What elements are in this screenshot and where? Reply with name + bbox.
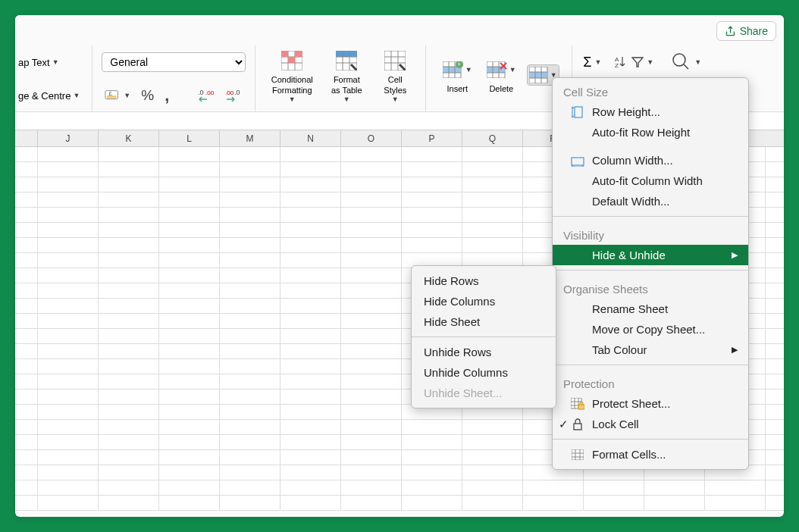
grid-cell[interactable] <box>99 208 159 222</box>
grid-cell[interactable] <box>402 238 462 252</box>
grid-cell[interactable] <box>159 314 220 328</box>
grid-cell[interactable] <box>159 496 220 510</box>
menu-protect-sheet[interactable]: Protect Sheet... <box>553 393 748 414</box>
grid-cell[interactable] <box>280 147 341 161</box>
merge-centre-button[interactable]: ge & Centre ▼ <box>15 89 83 103</box>
grid-cell[interactable] <box>15 238 38 252</box>
grid-cell[interactable] <box>220 177 280 192</box>
grid-cell[interactable] <box>220 238 280 252</box>
menu-tab-colour[interactable]: Tab Colour▶ <box>553 340 748 360</box>
col-header[interactable]: K <box>99 130 159 146</box>
grid-cell[interactable] <box>584 480 644 495</box>
grid-cell[interactable] <box>38 420 99 434</box>
grid-cell[interactable] <box>15 223 38 237</box>
grid-cell[interactable] <box>341 253 402 268</box>
grid-cell[interactable] <box>220 299 280 313</box>
grid-cell[interactable] <box>15 283 38 298</box>
grid-cell[interactable] <box>38 162 99 177</box>
grid-cell[interactable] <box>462 162 523 177</box>
grid-cell[interactable] <box>341 480 402 495</box>
grid-cell[interactable] <box>402 162 462 177</box>
grid-cell[interactable] <box>15 268 38 283</box>
grid-cell[interactable] <box>99 147 159 161</box>
decrease-decimal-button[interactable]: .0.00 <box>195 87 218 104</box>
grid-cell[interactable] <box>280 390 341 404</box>
grid-cell[interactable] <box>38 435 99 449</box>
grid-cell[interactable] <box>402 223 462 237</box>
grid-cell[interactable] <box>159 405 220 419</box>
grid-cell[interactable] <box>220 344 280 358</box>
menu-column-width[interactable]: Column Width... <box>553 150 748 171</box>
grid-cell[interactable] <box>38 405 99 419</box>
grid-cell[interactable] <box>99 329 159 343</box>
grid-cell[interactable] <box>159 435 220 449</box>
grid-cell[interactable] <box>15 390 38 404</box>
grid-cell[interactable] <box>99 223 159 237</box>
grid-cell[interactable] <box>15 420 38 434</box>
col-header[interactable]: J <box>38 130 99 146</box>
grid-cell[interactable] <box>99 283 159 298</box>
menu-row-height[interactable]: Row Height... <box>553 102 748 122</box>
menu-autofit-row[interactable]: Auto-fit Row Height <box>553 122 748 142</box>
grid-cell[interactable] <box>38 223 99 237</box>
grid-cell[interactable] <box>15 147 38 161</box>
grid-cell[interactable] <box>159 208 220 222</box>
grid-cell[interactable] <box>402 192 462 207</box>
menu-move-copy-sheet[interactable]: Move or Copy Sheet... <box>553 319 748 340</box>
grid-cell[interactable] <box>280 192 341 207</box>
share-button[interactable]: Share <box>716 21 776 41</box>
grid-cell[interactable] <box>159 177 220 192</box>
grid-cell[interactable] <box>159 253 220 268</box>
menu-default-width[interactable]: Default Width... <box>553 191 748 211</box>
grid-cell[interactable] <box>15 208 38 222</box>
grid-cell[interactable] <box>15 177 38 192</box>
grid-cell[interactable] <box>280 435 341 449</box>
grid-cell[interactable] <box>159 344 220 358</box>
grid-cell[interactable] <box>99 420 159 434</box>
grid-cell[interactable] <box>341 496 402 510</box>
wrap-text-button[interactable]: ap Text ▼ <box>15 55 62 70</box>
grid-cell[interactable] <box>280 314 341 328</box>
grid-cell[interactable] <box>15 465 38 480</box>
grid-cell[interactable] <box>99 496 159 510</box>
grid-cell[interactable] <box>341 465 402 480</box>
grid-cell[interactable] <box>38 329 99 343</box>
col-header[interactable]: Q <box>462 130 523 146</box>
grid-cell[interactable] <box>159 268 220 283</box>
grid-cell[interactable] <box>280 420 341 434</box>
grid-row[interactable] <box>15 480 784 496</box>
grid-cell[interactable] <box>159 480 220 495</box>
grid-cell[interactable] <box>220 253 280 268</box>
conditional-formatting-button[interactable]: Conditional Formatting▼ <box>265 45 319 108</box>
grid-cell[interactable] <box>38 299 99 313</box>
grid-cell[interactable] <box>705 496 766 510</box>
grid-cell[interactable] <box>159 465 220 480</box>
grid-cell[interactable] <box>99 405 159 419</box>
grid-cell[interactable] <box>99 435 159 449</box>
grid-cell[interactable] <box>402 147 462 161</box>
grid-cell[interactable] <box>38 253 99 268</box>
insert-button[interactable]: +▼ Insert <box>435 45 479 108</box>
grid-cell[interactable] <box>341 435 402 449</box>
col-header[interactable]: O <box>341 130 402 146</box>
grid-cell[interactable] <box>462 147 523 161</box>
grid-cell[interactable] <box>220 162 280 177</box>
grid-cell[interactable] <box>462 465 523 480</box>
grid-cell[interactable] <box>38 359 99 374</box>
grid-cell[interactable] <box>462 450 523 465</box>
grid-cell[interactable] <box>38 480 99 495</box>
grid-cell[interactable] <box>523 480 584 495</box>
grid-cell[interactable] <box>523 496 584 510</box>
menu-unhide-columns[interactable]: Unhide Columns <box>412 362 556 383</box>
grid-cell[interactable] <box>38 208 99 222</box>
currency-button[interactable]: £▼ <box>102 86 133 105</box>
cell-styles-button[interactable]: Cell Styles▼ <box>374 45 416 108</box>
grid-cell[interactable] <box>99 253 159 268</box>
grid-cell[interactable] <box>280 177 341 192</box>
grid-cell[interactable] <box>402 435 462 449</box>
grid-cell[interactable] <box>99 344 159 358</box>
grid-cell[interactable] <box>15 314 38 328</box>
grid-cell[interactable] <box>159 147 220 161</box>
grid-cell[interactable] <box>280 238 341 252</box>
grid-cell[interactable] <box>99 359 159 374</box>
